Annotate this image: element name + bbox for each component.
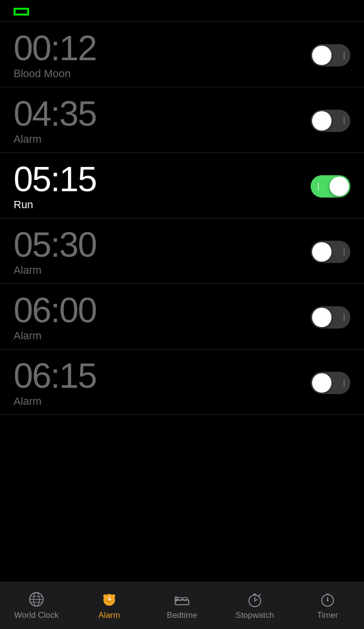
alarm-toggle[interactable] [311,372,350,394]
toggle-line [344,248,345,256]
toggle-knob [312,373,331,393]
svg-rect-20 [253,594,256,595]
alarm-time: 06:00 [14,293,96,328]
alarm-time: 05:15 [14,162,96,197]
alarm-label: Alarm [14,330,96,342]
alarm-toggle[interactable] [311,44,350,66]
alarm-info: 04:35Alarm [14,96,96,146]
alarm-item[interactable]: 05:15Run [0,153,364,218]
tab-stopwatch-label: Stopwatch [235,611,274,620]
alarm-label: Blood Moon [14,67,96,80]
alarm-time: 05:30 [14,227,96,262]
bedtime-icon [174,591,190,608]
alarm-label: Alarm [14,395,96,408]
alarm-item[interactable]: 04:35Alarm [0,87,364,153]
tab-alarm-label: Alarm [99,611,120,620]
toggle-line [318,182,319,190]
toggle-line [344,117,345,125]
alarm-time: 06:15 [14,358,96,393]
stopwatch-icon [247,591,263,608]
alarm-time: 00:12 [14,31,96,66]
toggle-line [344,379,345,387]
alarm-list: 00:12Blood Moon04:35Alarm05:15Run05:30Al… [0,22,364,582]
svg-point-8 [108,602,110,604]
alarm-item[interactable]: 06:15Alarm [0,349,364,415]
alarm-toggle[interactable] [311,306,350,329]
toggle-knob [312,46,331,65]
tab-alarm[interactable]: Alarm [73,582,146,629]
tab-stopwatch[interactable]: Stopwatch [218,582,291,629]
alarm-time: 04:35 [14,96,96,131]
alarm-icon [101,591,117,608]
svg-rect-24 [326,594,329,595]
toggle-knob [330,177,349,196]
tab-bar: World Clock Alarm [0,582,364,629]
tab-timer-label: Timer [317,611,338,620]
alarm-toggle[interactable] [311,110,350,132]
alarm-info: 05:15Run [14,162,96,211]
tab-world-clock[interactable]: World Clock [0,582,73,629]
toggle-knob [312,242,331,262]
toggle-knob [312,308,331,327]
alarm-toggle[interactable] [311,175,350,198]
svg-point-25 [327,599,329,601]
tab-bedtime[interactable]: Bedtime [146,582,218,629]
alarm-item[interactable]: 05:30Alarm [0,218,364,284]
alarm-info: 05:30Alarm [14,227,96,277]
alarm-label: Run [14,199,96,211]
timer-icon [319,591,336,608]
svg-point-9 [103,595,106,597]
alarm-toggle[interactable] [311,241,350,263]
world-clock-icon [28,591,45,608]
toggle-line [344,314,345,321]
header [0,0,364,22]
toggle-line [344,51,345,59]
alarm-info: 06:00Alarm [14,293,96,342]
toggle-knob [312,111,331,131]
svg-line-21 [259,595,260,596]
tab-timer[interactable]: Timer [291,582,364,629]
alarm-item[interactable]: 00:12Blood Moon [0,22,364,87]
alarm-label: Alarm [14,133,96,146]
alarm-item[interactable]: 06:00Alarm [0,284,364,349]
alarm-label: Alarm [14,264,96,277]
alarm-info: 00:12Blood Moon [14,31,96,80]
edit-button[interactable] [14,8,29,16]
svg-point-10 [112,595,115,597]
tab-bedtime-label: Bedtime [167,611,197,620]
tab-world-clock-label: World Clock [14,611,58,620]
alarm-info: 06:15Alarm [14,358,96,408]
